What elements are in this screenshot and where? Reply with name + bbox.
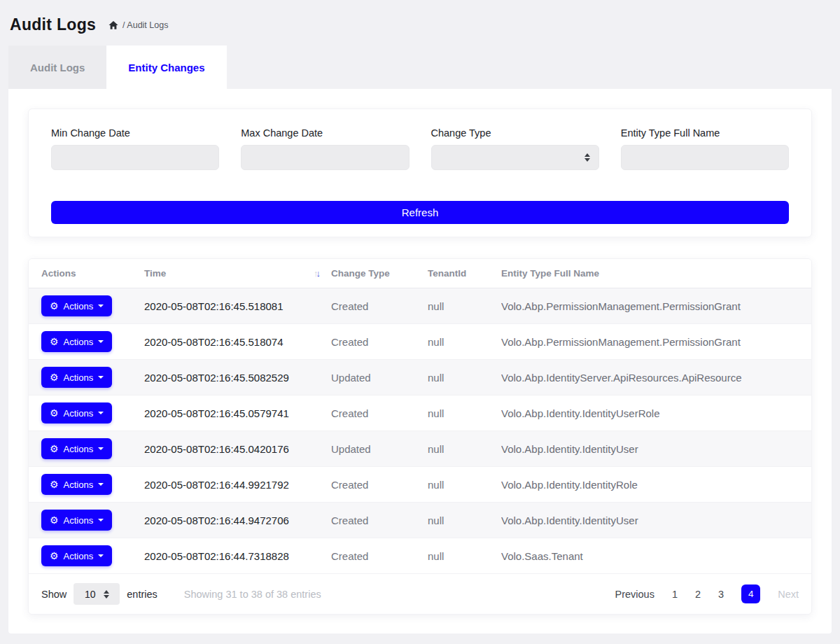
caret-down-icon (98, 376, 104, 379)
sort-updown-icon[interactable]: ↑↓ (314, 268, 318, 279)
cell-change-type: Updated (331, 360, 428, 396)
row-actions-button[interactable]: ⚙Actions (41, 545, 112, 566)
caret-down-icon (98, 554, 104, 557)
pagination-next[interactable]: Next (778, 589, 799, 600)
actions-button-label: Actions (64, 444, 94, 454)
table-row: ⚙Actions 2020-05-08T02:16:44.7318828 Cre… (29, 538, 811, 574)
pagination-page-3[interactable]: 3 (718, 589, 724, 600)
cell-change-type: Created (331, 467, 428, 503)
cell-time: 2020-05-08T02:16:45.518074 (144, 324, 331, 360)
entity-changes-table: Actions Time ↑↓ Change Type TenantId Ent… (29, 259, 811, 574)
updown-arrows-icon (584, 153, 590, 162)
actions-button-label: Actions (64, 408, 94, 419)
tab-audit-logs[interactable]: Audit Logs (8, 46, 106, 89)
table-row: ⚙Actions 2020-05-08T02:16:45.518074 Crea… (29, 324, 811, 360)
page-title: Audit Logs (10, 15, 96, 34)
row-actions-button[interactable]: ⚙Actions (41, 367, 112, 388)
pagination-page-2[interactable]: 2 (695, 589, 701, 600)
cell-time: 2020-05-08T02:16:44.7318828 (144, 538, 331, 574)
caret-down-icon (98, 483, 104, 486)
cell-change-type: Created (331, 324, 428, 360)
col-header-entity-type: Entity Type Full Name (501, 259, 811, 288)
actions-button-label: Actions (64, 301, 94, 312)
cell-time: 2020-05-08T02:16:45.5082529 (144, 360, 331, 396)
table-row: ⚙Actions 2020-05-08T02:16:45.0579741 Cre… (29, 396, 811, 431)
gear-icon: ⚙ (50, 408, 59, 418)
page-size-value: 10 (85, 589, 96, 600)
change-type-label: Change Type (431, 127, 599, 139)
cell-tenant-id: null (428, 396, 501, 431)
home-icon[interactable] (108, 20, 118, 30)
gear-icon: ⚙ (50, 551, 59, 561)
caret-down-icon (98, 519, 104, 522)
content-panel: Min Change Date Max Change Date Change T… (8, 89, 832, 634)
table-footer: Show 10 entries Showing 31 to 38 of 38 e… (29, 574, 811, 614)
cell-time: 2020-05-08T02:16:44.9921792 (144, 467, 331, 503)
caret-down-icon (98, 340, 104, 343)
entity-changes-table-card: Actions Time ↑↓ Change Type TenantId Ent… (28, 258, 812, 615)
cell-time: 2020-05-08T02:16:44.9472706 (144, 503, 331, 538)
filter-row: Min Change Date Max Change Date Change T… (51, 127, 789, 170)
cell-time: 2020-05-08T02:16:45.0420176 (144, 431, 331, 467)
cell-time: 2020-05-08T02:16:45.0579741 (144, 396, 331, 431)
caret-down-icon (98, 304, 104, 307)
pagination-page-1[interactable]: 1 (672, 589, 678, 600)
table-row: ⚙Actions 2020-05-08T02:16:44.9472706 Cre… (29, 503, 811, 538)
refresh-button[interactable]: Refresh (51, 201, 789, 224)
cell-entity-type: Volo.Abp.PermissionManagement.Permission… (501, 324, 811, 360)
cell-entity-type: Volo.Abp.Identity.IdentityUser (501, 503, 811, 538)
cell-change-type: Created (331, 288, 428, 324)
cell-tenant-id: null (428, 324, 501, 360)
showing-entries-info: Showing 31 to 38 of 38 entries (184, 589, 321, 600)
cell-entity-type: Volo.Abp.IdentityServer.ApiResources.Api… (501, 360, 811, 396)
actions-button-label: Actions (64, 479, 94, 490)
col-header-change-type: Change Type (331, 259, 428, 288)
max-change-date-input[interactable] (241, 145, 409, 170)
cell-entity-type: Volo.Abp.Identity.IdentityUserRole (501, 396, 811, 431)
row-actions-button[interactable]: ⚙Actions (41, 295, 112, 316)
filter-min-change-date: Min Change Date (51, 127, 219, 170)
row-actions-button[interactable]: ⚙Actions (41, 510, 112, 531)
row-actions-button[interactable]: ⚙Actions (41, 438, 112, 459)
change-type-select[interactable] (431, 145, 599, 170)
col-header-tenant-id: TenantId (428, 259, 501, 288)
row-actions-button[interactable]: ⚙Actions (41, 402, 112, 424)
page-size-select[interactable]: 10 (74, 583, 120, 605)
cell-entity-type: Volo.Saas.Tenant (501, 538, 811, 574)
cell-tenant-id: null (428, 360, 501, 396)
gear-icon: ⚙ (50, 444, 59, 454)
cell-entity-type: Volo.Abp.Identity.IdentityRole (501, 467, 811, 503)
actions-button-label: Actions (64, 551, 94, 561)
gear-icon: ⚙ (50, 479, 59, 489)
cell-entity-type: Volo.Abp.PermissionManagement.Permission… (501, 288, 811, 324)
entity-type-full-name-label: Entity Type Full Name (621, 127, 789, 139)
cell-change-type: Created (331, 538, 428, 574)
cell-tenant-id: null (428, 538, 501, 574)
table-header-row: Actions Time ↑↓ Change Type TenantId Ent… (29, 259, 811, 288)
page-header: Audit Logs / Audit Logs (0, 0, 840, 39)
cell-time: 2020-05-08T02:16:45.518081 (144, 288, 331, 324)
row-actions-button[interactable]: ⚙Actions (41, 331, 112, 352)
gear-icon: ⚙ (50, 301, 59, 311)
entity-type-full-name-input[interactable] (621, 145, 789, 170)
cell-change-type: Created (331, 396, 428, 431)
tab-entity-changes[interactable]: Entity Changes (106, 46, 226, 89)
pagination-previous[interactable]: Previous (615, 589, 654, 600)
min-change-date-label: Min Change Date (51, 127, 219, 139)
breadcrumb: / Audit Logs (108, 20, 168, 30)
filter-max-change-date: Max Change Date (241, 127, 409, 170)
pagination-page-4-active[interactable]: 4 (741, 584, 760, 603)
table-row: ⚙Actions 2020-05-08T02:16:44.9921792 Cre… (29, 467, 811, 503)
gear-icon: ⚙ (50, 337, 59, 346)
table-row: ⚙Actions 2020-05-08T02:16:45.5082529 Upd… (29, 360, 811, 396)
pagination: Previous 1 2 3 4 Next (615, 584, 799, 603)
col-header-time[interactable]: Time ↑↓ (144, 259, 331, 288)
table-row: ⚙Actions 2020-05-08T02:16:45.0420176 Upd… (29, 431, 811, 467)
actions-button-label: Actions (64, 515, 94, 526)
cell-tenant-id: null (428, 431, 501, 467)
min-change-date-input[interactable] (51, 145, 219, 170)
row-actions-button[interactable]: ⚙Actions (41, 474, 112, 495)
cell-tenant-id: null (428, 503, 501, 538)
cell-change-type: Created (331, 503, 428, 538)
actions-button-label: Actions (64, 372, 94, 383)
